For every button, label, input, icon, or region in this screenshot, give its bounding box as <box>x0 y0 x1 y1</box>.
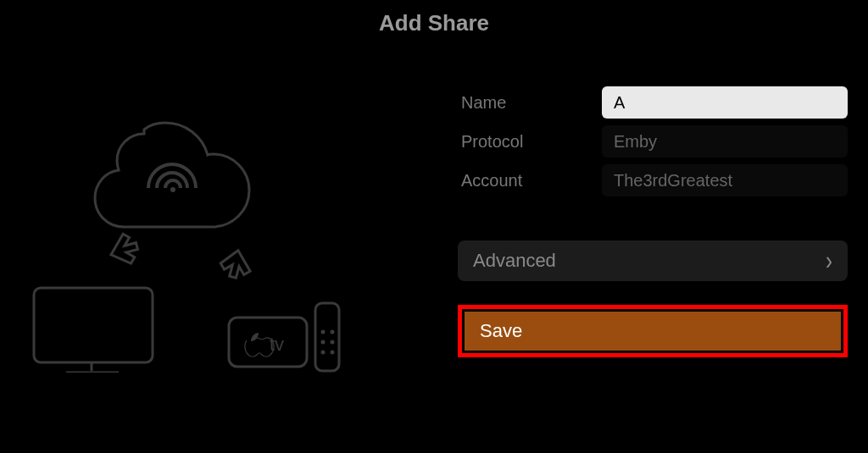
account-row: Account The3rdGreatest <box>458 163 848 198</box>
name-label: Name <box>458 93 602 113</box>
advanced-button[interactable]: Advanced › <box>458 240 848 281</box>
monitor-icon <box>34 288 153 362</box>
svg-point-2 <box>321 330 326 334</box>
account-label: Account <box>458 171 602 191</box>
protocol-field[interactable]: Emby <box>602 125 848 157</box>
advanced-label: Advanced <box>473 250 556 272</box>
cloud-icon <box>95 123 249 227</box>
remote-icon <box>315 303 339 371</box>
arrow-left-icon <box>107 231 141 268</box>
share-illustration: tv <box>17 85 407 373</box>
svg-text:tv: tv <box>270 334 284 355</box>
name-row: Name A <box>458 85 848 120</box>
svg-point-6 <box>321 351 326 355</box>
svg-point-3 <box>331 330 335 334</box>
share-form: Name A Protocol Emby Account The3rdGreat… <box>458 85 848 357</box>
name-field[interactable]: A <box>602 86 848 119</box>
chevron-right-icon: › <box>826 246 832 276</box>
appletv-icon <box>229 318 307 367</box>
save-button[interactable]: Save <box>465 312 841 351</box>
save-highlight-box: Save <box>458 305 848 357</box>
protocol-row: Protocol Emby <box>458 124 848 159</box>
svg-point-0 <box>170 187 175 192</box>
svg-point-7 <box>331 351 335 355</box>
wifi-icon <box>148 164 196 188</box>
page-title: Add Share <box>0 10 868 36</box>
account-field[interactable]: The3rdGreatest <box>602 164 848 196</box>
svg-point-4 <box>321 340 326 345</box>
svg-point-5 <box>331 340 335 345</box>
arrow-right-icon <box>218 247 254 281</box>
protocol-label: Protocol <box>458 132 602 152</box>
